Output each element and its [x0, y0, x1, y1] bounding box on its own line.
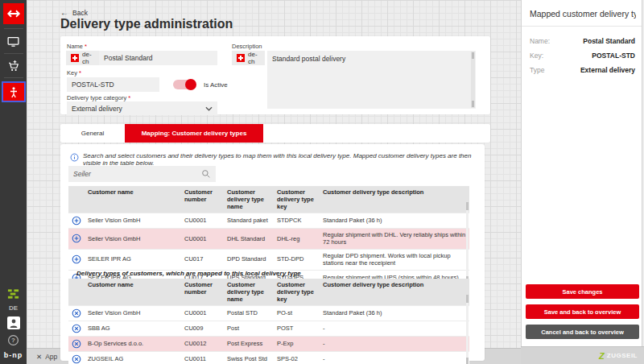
customer-search: [68, 166, 216, 182]
double-arrow-icon: [6, 6, 21, 21]
table-row: Seiler Vision GmbHCU0001DHL StandardDHL-…: [68, 228, 469, 249]
user-avatar[interactable]: [7, 316, 20, 329]
add-mapping-icon[interactable]: [72, 216, 81, 225]
tab-bar: General Mapping: Customer delivery types: [60, 124, 490, 143]
cell-type-name: DHL Standard: [224, 233, 274, 245]
delivery-type-form: Name * de-ch Key * Is Active Delivery ty…: [60, 36, 490, 114]
name-label: Name *: [67, 43, 87, 50]
cell-number: CU0012: [181, 337, 224, 350]
cart-plus-icon: [6, 59, 21, 73]
zugseil-logo-icon: Z: [599, 351, 605, 361]
description-language-chip[interactable]: de-ch: [232, 51, 265, 65]
table-row: B-Op Services d.o.o.CU0012Post ExpressP-…: [68, 336, 469, 351]
info-row: Search and select customers and their de…: [70, 152, 473, 167]
svg-text:?: ?: [11, 337, 15, 344]
panel-title: Mapped customer delivery typ...: [530, 9, 636, 19]
add-mapping-icon[interactable]: [72, 254, 81, 264]
table-body: Seiler Vision GmbHCU0001Postal STDPO-stS…: [68, 305, 469, 364]
add-mapping-icon[interactable]: [72, 234, 81, 243]
help-icon[interactable]: ?: [7, 334, 19, 346]
save-and-back-button[interactable]: Save and back to overview: [526, 304, 639, 319]
table-row: Seiler Vision GmbHCU0001Postal STDPO-stS…: [68, 305, 469, 321]
cell-desc: Regular DPD shipment. Works with local p…: [320, 250, 469, 270]
cell-number: CU017: [181, 253, 224, 265]
cell-desc: -: [320, 322, 469, 334]
back-label: Back: [72, 9, 88, 17]
name-input[interactable]: [99, 51, 217, 65]
cell-type-name: Swiss Post Std: [224, 353, 274, 364]
zugseil-brand: ZUGSEIL: [607, 352, 638, 359]
vertical-scrollbar[interactable]: [471, 52, 475, 108]
cell-type-name: Standard paket: [224, 214, 274, 226]
bnp-logo: b-np: [4, 351, 23, 359]
is-active-label: Is Active: [204, 81, 228, 89]
key-label: Key *: [67, 69, 81, 77]
cell-type-name: Post Express: [224, 337, 274, 350]
cell-name: Seiler Vision GmbH: [85, 214, 181, 226]
close-app-icon[interactable]: ✕: [36, 353, 42, 361]
swiss-flag-icon: [71, 54, 79, 62]
table-row: SEILER IPR AGCU017DPD StandardSTD-DPDReg…: [68, 249, 469, 270]
category-select[interactable]: External delivery: [67, 101, 217, 115]
panel-field-name: Name:Postal Standard: [530, 37, 635, 45]
panel-field-key: Key:POSTAL-STD: [530, 52, 635, 60]
cell-number: CU0001: [181, 214, 224, 226]
cell-type-key: PO-st: [274, 307, 320, 319]
col-type-description: Customer delivery type description: [320, 186, 469, 213]
sbb-logo[interactable]: [3, 3, 24, 24]
back-button[interactable]: ← Back: [60, 8, 88, 17]
table-header: Customer name Customer number Customer d…: [68, 279, 469, 305]
key-input[interactable]: [67, 77, 159, 92]
col-type-key: Customer delivery type key: [274, 186, 320, 213]
category-label: Delivery type category *: [67, 94, 130, 101]
cell-type-key: P-Exp: [274, 337, 320, 350]
col-customer-name: Customer name: [85, 279, 181, 305]
divider: [4, 53, 23, 54]
remove-mapping-icon[interactable]: [72, 354, 81, 364]
tab-general[interactable]: General: [60, 124, 125, 143]
info-text: Search and select customers and their de…: [83, 152, 473, 167]
cell-type-key: STD-DPD: [274, 253, 320, 265]
remove-mapping-icon[interactable]: [72, 308, 81, 318]
tab-mapping-customer-delivery-types[interactable]: Mapping: Customer delivery types: [125, 124, 263, 143]
chevron-down-icon: [205, 106, 213, 111]
sidebar-item-monitor[interactable]: [3, 33, 24, 49]
cell-type-key: POST: [274, 322, 320, 334]
is-active-toggle[interactable]: [173, 80, 196, 89]
cell-desc: Standard Paket (36 h): [320, 214, 469, 226]
divider: [4, 28, 23, 29]
save-changes-button[interactable]: Save changes: [526, 284, 639, 299]
sidebar-item-customer-admin-selected[interactable]: [3, 83, 24, 101]
search-input[interactable]: [68, 170, 201, 178]
cell-desc: Regular shipment with DHL. Very reliably…: [320, 229, 469, 249]
col-customer-name: Customer name: [85, 186, 181, 213]
divider: [522, 26, 642, 27]
language-switch[interactable]: DE: [9, 304, 18, 312]
mapped-section-title: Delivery types of customers, which are m…: [76, 270, 301, 277]
toggle-knob: [185, 79, 196, 90]
cell-type-name: Post: [224, 322, 274, 334]
description-textarea[interactable]: Standard postal delivery: [267, 51, 476, 109]
col-type-name: Customer delivery type name: [224, 279, 274, 305]
sidebar-item-cart[interactable]: [3, 58, 24, 74]
vertical-scrollbar[interactable]: [466, 295, 469, 364]
info-icon: [70, 153, 79, 162]
cell-desc: -: [320, 353, 469, 364]
search-icon[interactable]: [201, 169, 211, 179]
table-row: Seiler Vision GmbHCU0001Standard paketST…: [68, 213, 469, 228]
person-icon: [7, 85, 20, 99]
back-arrow-icon: ←: [60, 8, 68, 17]
remove-mapping-icon[interactable]: [72, 339, 81, 349]
cancel-and-back-button[interactable]: Cancel and back to overview: [526, 325, 639, 339]
col-type-description: Customer delivery type description: [320, 279, 469, 305]
mapped-summary-panel: Mapped customer delivery typ... Name:Pos…: [521, 0, 642, 346]
col-type-name: Customer delivery type name: [224, 186, 274, 213]
cell-name: ZUGSEIL AG: [85, 353, 181, 364]
panel-field-type: TypeExternal delivery: [530, 66, 635, 74]
cell-number: CU0011: [181, 353, 224, 364]
mapping-tab-content: Search and select customers and their de…: [60, 144, 485, 361]
vertical-scrollbar[interactable]: [466, 202, 469, 284]
name-language-chip[interactable]: de-ch: [66, 51, 99, 65]
cell-type-key: SPS-02: [274, 353, 320, 364]
remove-mapping-icon[interactable]: [72, 324, 81, 333]
